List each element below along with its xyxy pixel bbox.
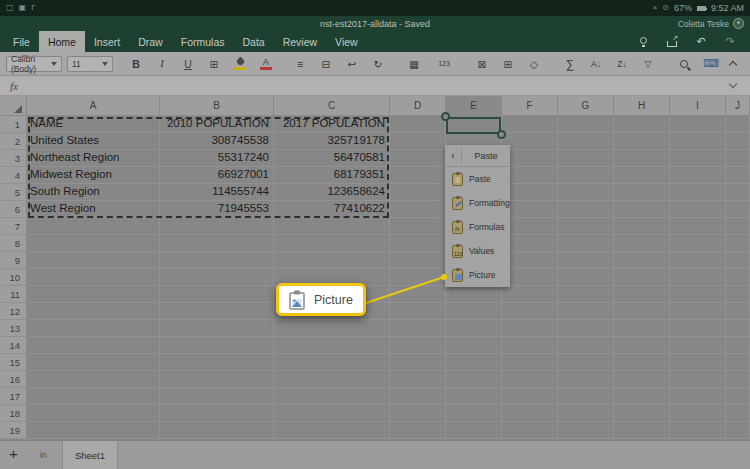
autosum-icon[interactable]: ∑: [563, 54, 577, 74]
cell-J3[interactable]: [726, 150, 750, 167]
cell-A7[interactable]: [27, 218, 160, 235]
cell-C4[interactable]: 68179351: [274, 167, 390, 184]
cell-J5[interactable]: [726, 184, 750, 201]
cell-J6[interactable]: [726, 201, 750, 218]
cell-B13[interactable]: [160, 320, 274, 337]
cell-C5[interactable]: 123658624: [274, 184, 390, 201]
cell-C17[interactable]: [274, 388, 390, 405]
column-header-G[interactable]: G: [558, 96, 614, 116]
fill-color-icon[interactable]: [233, 54, 247, 74]
cell-A19[interactable]: [27, 422, 160, 439]
cell-F12[interactable]: [502, 303, 558, 320]
row-header-15[interactable]: 15: [0, 354, 27, 371]
cell-E17[interactable]: [446, 388, 502, 405]
cell-J17[interactable]: [726, 388, 750, 405]
column-header-H[interactable]: H: [614, 96, 670, 116]
column-header-C[interactable]: C: [274, 96, 390, 116]
cell-J10[interactable]: [726, 269, 750, 286]
cell-I19[interactable]: [670, 422, 726, 439]
cell-C6[interactable]: 77410622: [274, 201, 390, 218]
row-header-3[interactable]: 3: [0, 150, 27, 167]
cell-I9[interactable]: [670, 252, 726, 269]
paste-menu-item-picture[interactable]: Picture: [445, 263, 510, 287]
cell-H2[interactable]: [614, 133, 670, 150]
cell-C1[interactable]: 2017 POPULATION: [274, 116, 390, 133]
cell-I8[interactable]: [670, 235, 726, 252]
cell-G3[interactable]: [558, 150, 614, 167]
cell-H17[interactable]: [614, 388, 670, 405]
cell-H8[interactable]: [614, 235, 670, 252]
cell-G6[interactable]: [558, 201, 614, 218]
cell-H11[interactable]: [614, 286, 670, 303]
cell-I1[interactable]: [670, 116, 726, 133]
cell-I14[interactable]: [670, 337, 726, 354]
cell-B6[interactable]: 71945553: [160, 201, 274, 218]
cell-B16[interactable]: [160, 371, 274, 388]
row-header-17[interactable]: 17: [0, 388, 27, 405]
cell-F17[interactable]: [502, 388, 558, 405]
ribbon-tab-view[interactable]: View: [326, 31, 367, 52]
cell-H19[interactable]: [614, 422, 670, 439]
sheet-tab-sheet1[interactable]: Sheet1: [62, 441, 118, 469]
cell-D1[interactable]: [390, 116, 446, 133]
row-header-19[interactable]: 19: [0, 422, 27, 439]
cell-F6[interactable]: [502, 201, 558, 218]
cell-F5[interactable]: [502, 184, 558, 201]
cell-J9[interactable]: [726, 252, 750, 269]
cell-D12[interactable]: [390, 303, 446, 320]
cell-I5[interactable]: [670, 184, 726, 201]
cell-A16[interactable]: [27, 371, 160, 388]
cell-H1[interactable]: [614, 116, 670, 133]
formula-bar-expand-icon[interactable]: [729, 80, 737, 88]
cell-D19[interactable]: [390, 422, 446, 439]
row-header-1[interactable]: 1: [0, 116, 27, 133]
cell-G18[interactable]: [558, 405, 614, 422]
clear-icon[interactable]: ◇: [527, 54, 541, 74]
cell-F2[interactable]: [502, 133, 558, 150]
cell-G16[interactable]: [558, 371, 614, 388]
cell-G1[interactable]: [558, 116, 614, 133]
cell-H13[interactable]: [614, 320, 670, 337]
column-header-A[interactable]: A: [27, 96, 160, 116]
row-header-11[interactable]: 11: [0, 286, 27, 303]
cell-B7[interactable]: [160, 218, 274, 235]
cell-A18[interactable]: [27, 405, 160, 422]
cell-B18[interactable]: [160, 405, 274, 422]
align-icon[interactable]: ≡: [293, 54, 307, 74]
cell-I2[interactable]: [670, 133, 726, 150]
cell-H7[interactable]: [614, 218, 670, 235]
cell-H3[interactable]: [614, 150, 670, 167]
cell-B15[interactable]: [160, 354, 274, 371]
column-header-I[interactable]: I: [670, 96, 726, 116]
cell-B2[interactable]: 308745538: [160, 133, 274, 150]
cell-C2[interactable]: 325719178: [274, 133, 390, 150]
paste-menu-item-values[interactable]: Values: [445, 239, 510, 263]
underline-icon[interactable]: U: [181, 54, 195, 74]
cell-I10[interactable]: [670, 269, 726, 286]
ribbon-tab-review[interactable]: Review: [274, 31, 326, 52]
bold-icon[interactable]: B: [129, 54, 143, 74]
cell-D9[interactable]: [390, 252, 446, 269]
cell-J15[interactable]: [726, 354, 750, 371]
cell-H6[interactable]: [614, 201, 670, 218]
ribbon-tab-draw[interactable]: Draw: [129, 31, 172, 52]
cell-D8[interactable]: [390, 235, 446, 252]
cell-G4[interactable]: [558, 167, 614, 184]
cell-C13[interactable]: [274, 320, 390, 337]
cell-B4[interactable]: 66927001: [160, 167, 274, 184]
cell-F8[interactable]: [502, 235, 558, 252]
cell-F1[interactable]: [502, 116, 558, 133]
wrap-text-icon[interactable]: ↩: [345, 54, 359, 74]
cell-D5[interactable]: [390, 184, 446, 201]
cell-F11[interactable]: [502, 286, 558, 303]
ribbon-tab-data[interactable]: Data: [233, 31, 273, 52]
cell-H18[interactable]: [614, 405, 670, 422]
cell-C9[interactable]: [274, 252, 390, 269]
number-format-icon[interactable]: 123: [437, 54, 451, 74]
cell-J13[interactable]: [726, 320, 750, 337]
select-all-corner[interactable]: [0, 96, 27, 116]
cell-F14[interactable]: [502, 337, 558, 354]
cell-H14[interactable]: [614, 337, 670, 354]
cell-G2[interactable]: [558, 133, 614, 150]
cell-E19[interactable]: [446, 422, 502, 439]
